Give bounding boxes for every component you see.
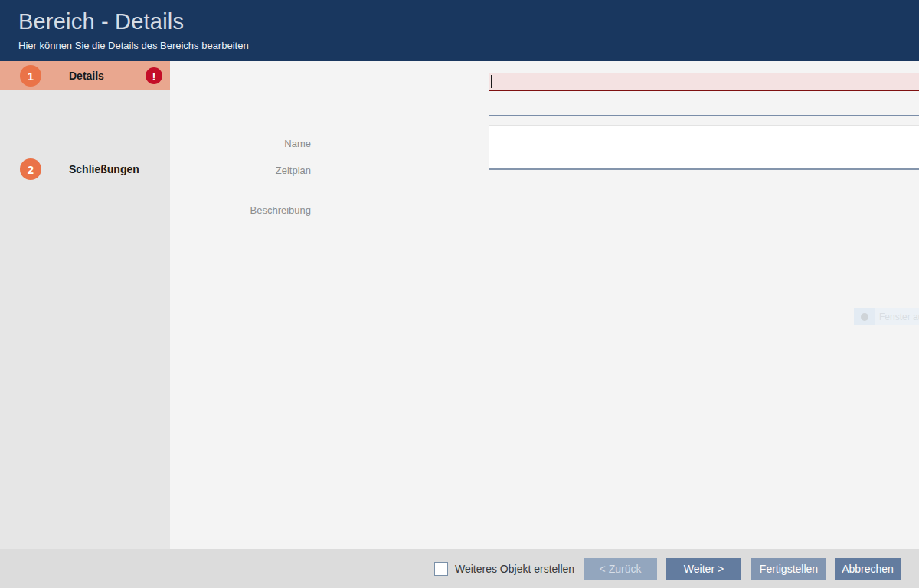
back-button[interactable]: < Zurück [584,558,657,580]
beschreibung-field-label: Beschreibung [173,204,311,216]
next-button[interactable]: Weiter > [666,558,741,580]
pin-icon [854,308,875,325]
finish-button[interactable]: Fertigstellen [751,558,826,580]
page-subtitle: Hier können Sie die Details des Bereichs… [18,40,249,51]
step-label: Schließungen [69,155,139,184]
name-input[interactable] [489,73,919,91]
step-details[interactable]: 1 Details ! [0,61,170,90]
pin-flyout-label: Fenster au [875,308,919,325]
create-another-checkbox[interactable] [434,562,448,576]
step-label: Details [69,61,104,90]
pin-dot-icon [861,313,868,321]
step-schliessungen[interactable]: 2 Schließungen [0,155,170,184]
name-field-label: Name [173,138,311,149]
create-another-label[interactable]: Weiteres Objekt erstellen [455,549,574,588]
zeitplan-field-label: Zeitplan [173,165,311,176]
cancel-button[interactable]: Abbrechen [835,558,901,580]
zeitplan-dropdown[interactable] [489,97,919,116]
step-number-badge: 2 [20,158,41,180]
page-title: Bereich - Details [18,9,184,34]
wizard-steps-sidebar: 1 Details ! 2 Schließungen [0,61,170,549]
wizard-window: Bereich - Details Hier können Sie die De… [0,0,919,588]
beschreibung-textarea[interactable] [489,125,919,170]
header-bar: Bereich - Details Hier können Sie die De… [0,0,919,61]
pin-window-flyout[interactable]: Fenster au [854,308,919,325]
text-caret [491,75,492,88]
validation-error-icon: ! [146,67,162,84]
step-number-badge: 1 [20,65,41,87]
